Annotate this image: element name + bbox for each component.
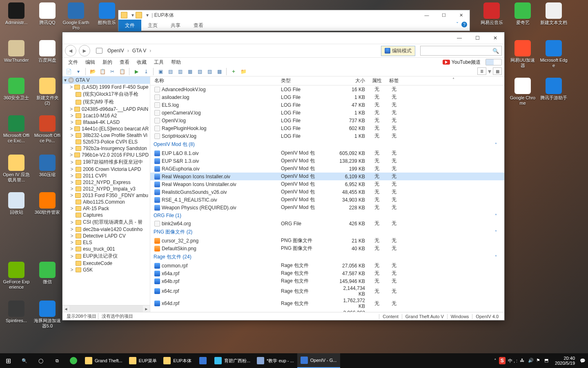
edit-mode-button[interactable]: 编辑模式 [381,46,415,56]
minimize-button[interactable]: — [418,10,435,20]
copy-button[interactable]: 📋 [99,68,106,75]
status-seg-0[interactable]: Content [379,314,402,319]
expand-icon[interactable]: > [70,233,74,239]
new-folder-button[interactable]: 📁 [240,68,247,75]
expand-icon[interactable]: > [70,152,73,158]
scroll-right-icon[interactable]: ► [143,305,150,312]
tree-node[interactable]: >792b2a-Insurgency Sandston [62,145,150,152]
notifications-icon[interactable]: 💬 [580,358,586,364]
expand-icon[interactable] [70,99,74,105]
ime-text[interactable]: 中 , : [508,358,517,364]
status-seg-2[interactable]: Windows [447,314,472,319]
tree-node[interactable]: >38b232-Low Profile Stealth Vi [62,132,150,139]
col-size[interactable]: 大小 [336,77,368,84]
desktop-icon[interactable]: Google Earth Pro [62,2,90,30]
forward-button[interactable]: ► [79,45,90,56]
tree-node[interactable]: >14e41c-[ELS]lenco bearcat AR [62,126,150,132]
desktop-icon[interactable]: Microsoft Office Po... [33,115,61,143]
tree-node[interactable]: >8faaa4-4K LASD [62,119,150,126]
tool-button[interactable]: ▦ [186,68,194,75]
network-icon[interactable]: 🖧 [520,358,526,364]
taskbar-item[interactable] [195,353,211,368]
back-button[interactable]: ◄ [65,45,76,56]
col-attr[interactable]: 属性 [368,77,385,84]
menu-tools[interactable]: 工具 [151,58,167,67]
expand-icon[interactable]: > [70,240,74,245]
expand-icon[interactable] [70,212,74,218]
tree-node[interactable]: >EUP执法记录仪 [62,252,150,260]
tree-node[interactable]: (现实)Glock17半自动手枪 [62,90,150,98]
tree-hscroll[interactable]: ◄ ► [62,305,150,312]
maximize-button[interactable]: ☐ [435,10,452,20]
panel-toggle[interactable] [486,59,502,65]
expand-icon[interactable]: > [70,246,74,252]
paste-button[interactable]: 📋 [118,68,126,75]
table-row[interactable]: x64a.rpfRage 包文件47,587 KB无无 [150,269,504,277]
tool-button[interactable]: ▥ [176,68,184,75]
desktop-icon[interactable]: 360安全卫士 [2,78,30,101]
tree-node[interactable]: >Detective LAPD CV [62,233,150,239]
file-list-header[interactable]: 名称 类型 大小 属性 标签 ˄ [150,76,504,85]
desktop-icon[interactable]: 爱奇艺 [509,2,537,25]
tree-root[interactable]: ▾ GTA V [62,76,150,84]
dropdown-icon[interactable]: ▾ [146,12,149,18]
minimize-button[interactable]: — [450,32,468,44]
taskbar-item[interactable]: EUP菜单 [126,353,160,368]
ime-indicator[interactable]: S [499,357,506,364]
menu-help[interactable]: 帮助 [168,58,184,67]
start-button[interactable]: ⊞ [0,353,16,368]
table-row[interactable]: OpenIV.logLOG File737 KB无无 [150,117,504,124]
close-button[interactable]: ✕ [452,10,470,20]
desktop-icon[interactable]: 360压缩 [33,155,61,177]
folder-tree[interactable]: ▾ GTA V >(LASD) 1999 Ford F-450 Supe (现实… [62,76,150,312]
table-row[interactable]: Weapon Physics (REQUIRED).oivOpenIV Mod … [150,204,504,211]
tree-node[interactable]: >2013 Ford F350 _FDNY ambu [62,192,150,199]
dropdown-icon[interactable]: ▾ [75,68,82,75]
run-button[interactable]: ▶ [133,68,140,75]
taskbar-item[interactable]: EUP本体 [160,353,195,368]
tool-button[interactable]: ▧ [196,68,203,75]
expand-icon[interactable]: > [70,254,74,259]
tree-node[interactable]: >2012_NYPD_Express [62,179,150,186]
tree-node[interactable]: >dec2ba-viale1420 Coutinho [62,226,150,233]
tree-node[interactable]: >esu_truck_001 [62,246,150,252]
desktop-icon[interactable]: 网易云音乐 [478,2,506,25]
system-tray[interactable]: ˄ S 中 , : 🖧 🔊 ⚑ ⬒ 20:40 2020/5/19 💬 [494,356,588,366]
table-row[interactable]: openCameraV.logLOG File1 KB无无 [150,109,504,117]
desktop-icon[interactable]: Microsoft Edge [540,40,568,68]
tree-node[interactable]: Captures [62,212,150,218]
table-row[interactable]: RSE_4.1_REALISTIC.oivOpenIV Mod 包34,903 … [150,196,504,204]
tree-node[interactable]: >1cac10-M16 A2 [62,112,150,119]
table-row[interactable]: RealisticGunsSounds_v26.oivOpenIV Mod 包4… [150,188,504,196]
collapse-icon[interactable]: ˄ [495,230,497,234]
collapse-icon[interactable]: ˄ [495,142,497,147]
expand-icon[interactable]: > [70,173,74,179]
expand-icon[interactable]: > [70,166,74,172]
tree-node[interactable]: >G5K [62,267,150,273]
maximize-button[interactable]: ☐ [468,32,486,44]
group-header[interactable]: OpenIV Mod 包 (8)˄ [150,140,504,149]
view-detail-button[interactable]: ▦ [493,67,502,75]
breadcrumb[interactable]: OpenIV › GTA V › [96,47,151,54]
ribbon-tab-file[interactable]: 文件 [118,20,141,31]
tree-node[interactable]: >CSI (犯罪现场调查人员 - 替 [62,218,150,226]
crumb-home[interactable]: OpenIV [104,47,127,54]
expand-icon[interactable] [70,139,74,145]
taskbar-item[interactable]: Grand Theft... [82,353,126,368]
tree-node[interactable]: Albo1125.Common [62,199,150,205]
table-row[interactable]: AdvancedHookV.logLOG File16 KB无无 [150,85,504,93]
table-row[interactable]: x64d.rpfRage 包文件1,762,372 KB无无 [150,297,504,310]
expand-icon[interactable]: > [70,119,74,125]
dropdown-icon[interactable]: ▾ [131,12,134,18]
tree-node[interactable]: >024385-d96da7-__LAPD PAIN [62,106,150,112]
view-list-button[interactable]: ≣ [477,67,486,75]
openiv-titlebar[interactable]: — ☐ ✕ [62,32,504,44]
table-row[interactable]: DefaultSkin.pngPNG 图像文件40 KB无无 [150,245,504,252]
group-header[interactable]: ORG File (1)˄ [150,211,504,220]
taskbar[interactable]: ⊞ 🔍 ◯ ⧉ Grand Theft...EUP菜单EUP本体育碧广西粉...… [0,353,588,368]
desktop-icon[interactable]: GeForce Experience [2,262,30,289]
status-seg-1[interactable]: Grand Theft Auto V [402,314,447,319]
desktop-icon[interactable]: 新建文件夹 (2) [33,78,61,105]
menu-fav[interactable]: 收藏 [134,58,150,67]
desktop-icon[interactable]: Administr... [2,2,30,25]
